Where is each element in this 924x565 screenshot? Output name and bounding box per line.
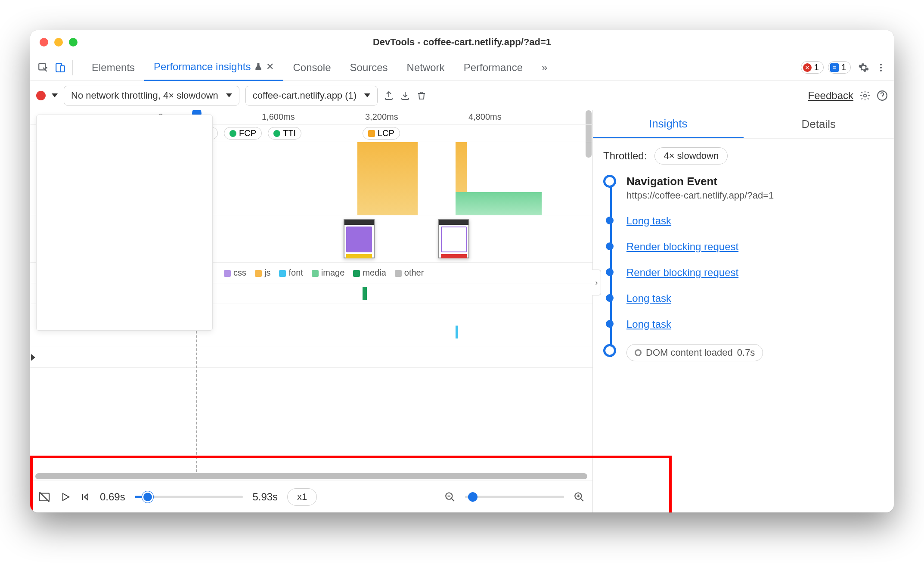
close-tab-icon[interactable]: ✕ <box>266 61 274 72</box>
svg-point-6 <box>864 94 867 97</box>
svg-point-3 <box>880 64 882 65</box>
timeline-item-render[interactable]: Render blocking request <box>626 267 884 279</box>
divider <box>72 60 73 75</box>
message-count: 1 <box>841 62 846 72</box>
timeline-ring-icon <box>603 175 616 188</box>
play-button[interactable] <box>60 492 71 502</box>
skip-start-button[interactable] <box>80 492 90 502</box>
fcp-marker[interactable]: FCP <box>224 127 262 140</box>
render-block <box>357 142 418 215</box>
throttling-select[interactable]: No network throttling, 4× slowdown <box>64 86 239 106</box>
kebab-menu-icon[interactable] <box>872 59 890 76</box>
device-toolbar-icon[interactable] <box>52 59 69 76</box>
dcl-label: DOM content loaded <box>646 347 733 358</box>
render-block <box>456 192 542 215</box>
lcp-marker[interactable]: LCP <box>363 127 400 140</box>
dcl-circle-icon <box>635 349 642 356</box>
throttled-label: Throttled: <box>603 150 647 162</box>
nav-event-url: https://coffee-cart.netlify.app/?ad=1 <box>626 190 884 201</box>
minimize-window-button[interactable] <box>54 38 63 47</box>
lane-toggle-icon[interactable] <box>31 354 35 361</box>
throttled-value-pill[interactable]: 4× slowdown <box>654 147 728 165</box>
timeline-item-navigation[interactable]: Navigation Event https://coffee-cart.net… <box>626 175 884 201</box>
tab-details[interactable]: Details <box>744 110 894 138</box>
dcl-pill[interactable]: DOM content loaded 0.7s <box>626 344 763 361</box>
message-badge[interactable]: ≡ 1 <box>828 61 851 74</box>
playback-bar: 0.69s 5.93s x1 <box>30 481 592 512</box>
request-bar[interactable] <box>363 287 367 300</box>
export-icon[interactable] <box>384 90 394 101</box>
trash-icon[interactable] <box>416 90 427 101</box>
nav-event-title: Navigation Event <box>626 175 884 188</box>
insights-panel: › Insights Details Throttled: 4× slowdow… <box>592 110 894 512</box>
insights-body: Throttled: 4× slowdown Navigation Event … <box>593 139 894 512</box>
tab-performance[interactable]: Performance <box>454 54 532 81</box>
long-task-link[interactable]: Long task <box>626 318 671 330</box>
tab-insights[interactable]: Insights <box>593 110 744 138</box>
hover-preview-card <box>36 115 213 331</box>
tab-sources[interactable]: Sources <box>341 54 397 81</box>
tab-performance-insights[interactable]: Performance insights ✕ <box>144 54 283 81</box>
inspect-element-icon[interactable] <box>34 59 52 76</box>
playback-slider[interactable] <box>135 496 243 498</box>
legend-other: other <box>395 268 424 278</box>
import-icon[interactable] <box>400 90 410 101</box>
record-menu-caret[interactable] <box>52 93 58 97</box>
cpu-lane[interactable] <box>30 347 592 368</box>
long-task-link[interactable]: Long task <box>626 215 671 227</box>
message-icon: ≡ <box>830 63 839 72</box>
page-select[interactable]: coffee-cart.netlify.app (1) <box>245 86 378 106</box>
insights-tabs: Insights Details <box>593 110 894 139</box>
timeline-ring-icon <box>603 344 616 357</box>
playback-start-time: 0.69s <box>100 491 125 503</box>
close-window-button[interactable] <box>40 38 48 47</box>
tab-more[interactable]: » <box>532 54 557 81</box>
ruler-tick: 3,200ms <box>365 112 398 122</box>
timeline-item-dcl[interactable]: DOM content loaded 0.7s <box>626 344 884 361</box>
screenshot-thumb[interactable] <box>344 219 375 258</box>
throttling-label: No network throttling, 4× slowdown <box>71 90 218 101</box>
legend-css: css <box>224 268 246 278</box>
feedback-link[interactable]: Feedback <box>808 90 853 102</box>
tab-elements[interactable]: Elements <box>82 54 144 81</box>
horizontal-scrollbar[interactable] <box>30 472 592 481</box>
render-blocking-link[interactable]: Render blocking request <box>626 241 738 252</box>
screenshot-thumb[interactable] <box>438 219 469 258</box>
record-button[interactable] <box>36 91 46 100</box>
timeline-item-longtask[interactable]: Long task <box>626 292 884 304</box>
timeline-dot-icon <box>606 320 614 328</box>
playback-speed-button[interactable]: x1 <box>287 488 317 506</box>
timeline-item-longtask[interactable]: Long task <box>626 318 884 330</box>
maximize-window-button[interactable] <box>69 38 78 47</box>
timeline-item-render[interactable]: Render blocking request <box>626 241 884 253</box>
render-blocking-link[interactable]: Render blocking request <box>626 267 738 278</box>
error-badge[interactable]: ✕ 1 <box>801 61 824 74</box>
no-screenshot-icon[interactable] <box>38 490 51 503</box>
tab-console[interactable]: Console <box>283 54 340 81</box>
legend-image: image <box>312 268 344 278</box>
error-icon: ✕ <box>803 63 812 72</box>
long-task-link[interactable]: Long task <box>626 292 671 304</box>
titlebar: DevTools - coffee-cart.netlify.app/?ad=1 <box>30 30 894 54</box>
panel-tabs: Elements Performance insights ✕ Console … <box>82 54 557 81</box>
zoom-out-icon[interactable] <box>444 491 456 503</box>
panel-settings-icon[interactable] <box>859 90 871 101</box>
help-icon[interactable] <box>877 90 888 101</box>
page-select-label: coffee-cart.netlify.app (1) <box>253 90 357 101</box>
main-split: 0ms 1,600ms 3,200ms 4,800ms DCL FCP TTI … <box>30 110 894 512</box>
tab-network[interactable]: Network <box>397 54 454 81</box>
flask-icon <box>254 62 263 71</box>
settings-icon[interactable] <box>855 59 872 76</box>
zoom-slider[interactable] <box>465 496 564 498</box>
legend-js: js <box>255 268 270 278</box>
legend-media: media <box>353 268 386 278</box>
zoom-in-icon[interactable] <box>574 491 585 503</box>
status-badges: ✕ 1 ≡ 1 <box>801 61 851 74</box>
timeline-item-longtask[interactable]: Long task <box>626 215 884 227</box>
throttled-row: Throttled: 4× slowdown <box>603 147 884 165</box>
ruler-tick: 4,800ms <box>468 112 502 122</box>
tti-marker[interactable]: TTI <box>268 127 301 140</box>
devtools-window: DevTools - coffee-cart.netlify.app/?ad=1… <box>30 30 894 512</box>
timeline-area[interactable]: 0ms 1,600ms 3,200ms 4,800ms DCL FCP TTI … <box>30 110 592 472</box>
request-bar[interactable] <box>456 326 458 338</box>
